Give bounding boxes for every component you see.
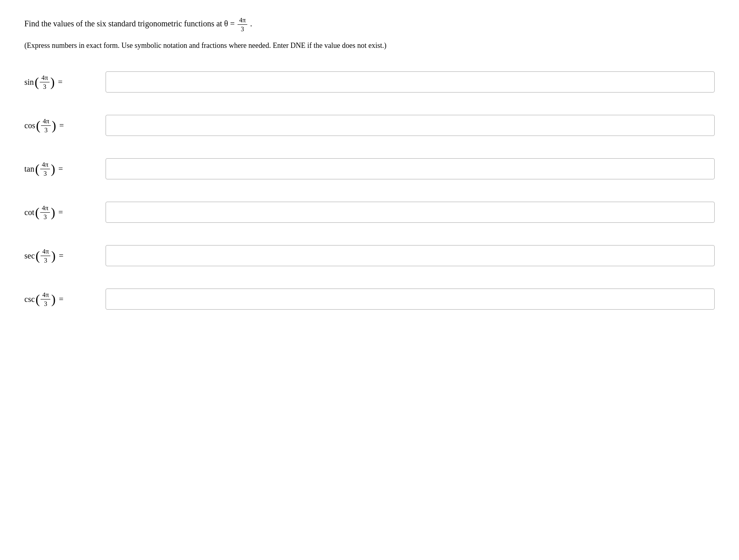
csc-frac-den: 3	[42, 299, 49, 308]
csc-equals: =	[59, 295, 63, 304]
sin-equals: =	[58, 78, 63, 87]
theta-fraction: 4π 3	[238, 16, 247, 33]
cos-frac-num: 4π	[41, 117, 51, 126]
csc-close-paren: )	[51, 293, 56, 306]
tan-frac-num: 4π	[40, 161, 50, 169]
sin-func-name: sin	[24, 78, 34, 87]
cot-close-paren: )	[51, 206, 55, 219]
cot-answer-input[interactable]	[106, 202, 715, 223]
tan-row: tan ( 4π 3 ) =	[24, 158, 715, 179]
sin-open-paren: (	[35, 75, 39, 88]
sec-frac-den: 3	[42, 256, 49, 264]
tan-open-paren: (	[35, 162, 39, 175]
csc-open-paren: (	[36, 293, 40, 306]
tan-close-paren: )	[51, 162, 55, 175]
theta-numerator: 4π	[238, 16, 247, 25]
cos-close-paren: )	[52, 119, 56, 132]
sec-equals: =	[59, 251, 63, 261]
problem-container: Find the values of the six standard trig…	[24, 16, 715, 310]
sec-answer-input[interactable]	[106, 245, 715, 266]
sin-fraction: 4π 3	[40, 74, 50, 90]
cot-func-name: cot	[24, 208, 34, 217]
cot-equals: =	[58, 208, 63, 217]
cot-row: cot ( 4π 3 ) =	[24, 202, 715, 223]
sin-label: sin ( 4π 3 ) =	[24, 74, 106, 90]
sec-open-paren: (	[36, 249, 40, 262]
sin-row: sin ( 4π 3 ) =	[24, 71, 715, 93]
cos-fraction: 4π 3	[41, 117, 51, 134]
cos-func-name: cos	[24, 121, 35, 130]
cot-frac-den: 3	[42, 213, 48, 221]
sec-func-name: sec	[24, 251, 35, 261]
cos-row: cos ( 4π 3 ) =	[24, 115, 715, 136]
theta-denominator: 3	[239, 25, 246, 33]
tan-label: tan ( 4π 3 ) =	[24, 161, 106, 177]
sec-frac-num: 4π	[41, 248, 50, 256]
csc-fraction: 4π 3	[41, 291, 50, 308]
sec-label: sec ( 4π 3 ) =	[24, 248, 106, 264]
cos-label: cos ( 4π 3 ) =	[24, 117, 106, 134]
tan-answer-input[interactable]	[106, 158, 715, 179]
sin-frac-den: 3	[41, 82, 48, 90]
csc-func-name: csc	[24, 295, 35, 304]
tan-func-name: tan	[24, 164, 34, 174]
problem-instructions: (Express numbers in exact form. Use symb…	[24, 40, 715, 51]
tan-fraction: 4π 3	[40, 161, 50, 177]
sin-answer-input[interactable]	[106, 71, 715, 93]
cos-equals: =	[59, 121, 64, 130]
cos-frac-den: 3	[43, 126, 49, 134]
cot-frac-num: 4π	[40, 204, 50, 213]
tan-equals: =	[58, 164, 63, 174]
sec-fraction: 4π 3	[41, 248, 50, 264]
cot-fraction: 4π 3	[40, 204, 50, 221]
cot-label: cot ( 4π 3 ) =	[24, 204, 106, 221]
csc-row: csc ( 4π 3 ) =	[24, 289, 715, 310]
sin-frac-num: 4π	[40, 74, 50, 82]
csc-frac-num: 4π	[41, 291, 50, 299]
sec-row: sec ( 4π 3 ) =	[24, 245, 715, 266]
tan-frac-den: 3	[42, 169, 48, 177]
sin-close-paren: )	[50, 75, 55, 88]
cos-answer-input[interactable]	[106, 115, 715, 136]
cos-open-paren: (	[36, 119, 41, 132]
csc-label: csc ( 4π 3 ) =	[24, 291, 106, 308]
cot-open-paren: (	[35, 206, 39, 219]
csc-answer-input[interactable]	[106, 289, 715, 310]
sec-close-paren: )	[51, 249, 56, 262]
problem-title: Find the values of the six standard trig…	[24, 16, 715, 33]
